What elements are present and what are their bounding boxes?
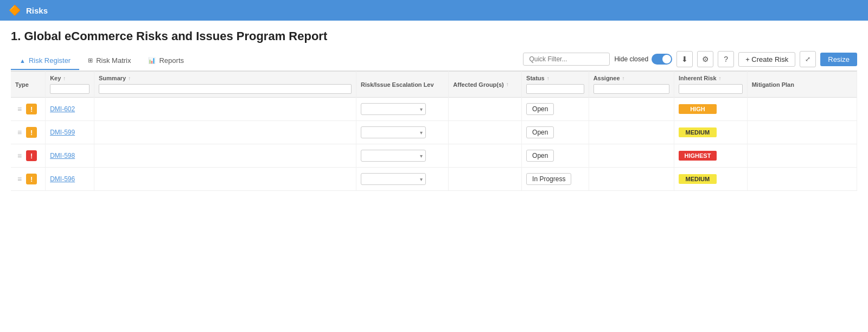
- tab-risk-matrix[interactable]: ⊞ Risk Matrix: [79, 52, 139, 70]
- page-title: 1. Global eCommerce Risks and Issues Pro…: [11, 29, 857, 43]
- escalation-select-0[interactable]: [361, 103, 426, 115]
- issue-icon-2: !: [26, 150, 37, 161]
- reports-icon: 📊: [148, 57, 156, 64]
- help-button[interactable]: ?: [718, 51, 734, 67]
- key-link-0[interactable]: DMI-602: [50, 105, 75, 113]
- key-cell-2: DMI-598: [46, 144, 94, 168]
- assignee-cell-2: [589, 144, 674, 168]
- tab-reports[interactable]: 📊 Reports: [139, 52, 193, 70]
- risk-table: Type Key ↑ Summary: [11, 71, 857, 191]
- create-risk-button[interactable]: + Create Risk: [738, 52, 795, 67]
- affected-cell-2: [449, 144, 522, 168]
- tab-risk-matrix-label: Risk Matrix: [96, 56, 131, 65]
- escalation-select-3[interactable]: [361, 173, 426, 185]
- th-mitigation-label: Mitigation Plan: [752, 81, 794, 88]
- inherent-badge-0: HIGH: [679, 104, 717, 114]
- th-key-label: Key: [50, 75, 61, 81]
- row-drag-2[interactable]: ≡: [15, 151, 24, 160]
- hide-closed-toggle[interactable]: [652, 54, 672, 65]
- status-cell-3: In Progress: [522, 168, 589, 191]
- app-title: Risks: [26, 6, 48, 15]
- status-button-2[interactable]: Open: [526, 150, 554, 162]
- th-assignee-label: Assignee: [593, 75, 620, 81]
- mitigation-cell-2: [747, 144, 857, 168]
- status-button-1[interactable]: Open: [526, 126, 554, 138]
- help-icon: ?: [724, 55, 728, 63]
- settings-icon: ⚙: [702, 55, 709, 63]
- row-drag-3[interactable]: ≡: [15, 175, 24, 183]
- create-risk-label: + Create Risk: [745, 55, 788, 63]
- tabs-toolbar-row: ▲ Risk Register ⊞ Risk Matrix 📊 Reports …: [11, 51, 857, 71]
- key-sort-arrow[interactable]: ↑: [63, 75, 66, 81]
- mitigation-cell-3: [747, 168, 857, 191]
- assignee-cell-1: [589, 121, 674, 144]
- status-filter-input[interactable]: [526, 84, 584, 94]
- escalation-cell-2: [356, 144, 449, 168]
- download-icon: ⬇: [681, 55, 688, 63]
- table-header-row: Type Key ↑ Summary: [11, 72, 857, 98]
- escalation-cell-0: [356, 98, 449, 121]
- issue-icon-3: !: [26, 174, 37, 184]
- key-filter-input[interactable]: [50, 84, 90, 94]
- quick-filter-input[interactable]: [523, 53, 610, 66]
- summary-sort-arrow[interactable]: ↑: [128, 75, 131, 81]
- row-drag-0[interactable]: ≡: [15, 105, 24, 113]
- th-status: Status ↑: [522, 72, 589, 98]
- inherent-cell-2: HIGHEST: [674, 144, 747, 168]
- th-escalation-label: Risk/Issue Escalation Lev: [361, 81, 434, 88]
- status-cell-0: Open: [522, 98, 589, 121]
- th-status-label: Status: [526, 75, 545, 81]
- inherent-sort-arrow[interactable]: ↑: [719, 75, 722, 81]
- table-row: ≡ ! DMI-598 Open HIGHEST: [11, 144, 857, 168]
- inherent-badge-2: HIGHEST: [679, 151, 717, 161]
- type-cell-3: ≡ !: [11, 168, 46, 191]
- assignee-cell-3: [589, 168, 674, 191]
- th-summary: Summary ↑: [94, 72, 356, 98]
- table-row: ≡ ! DMI-596 In Progress MED: [11, 168, 857, 191]
- escalation-select-1[interactable]: [361, 126, 426, 138]
- issue-icon-0: !: [26, 104, 37, 114]
- hide-closed-group: Hide closed: [614, 54, 672, 65]
- expand-button[interactable]: ⤢: [800, 51, 816, 67]
- summary-cell-3: [94, 168, 356, 191]
- assignee-cell-0: [589, 98, 674, 121]
- hide-closed-label: Hide closed: [614, 55, 648, 63]
- row-drag-1[interactable]: ≡: [15, 128, 24, 137]
- tab-risk-register[interactable]: ▲ Risk Register: [11, 52, 79, 70]
- status-button-3[interactable]: In Progress: [526, 173, 571, 185]
- th-escalation: Risk/Issue Escalation Lev: [356, 72, 449, 98]
- inherent-badge-3: MEDIUM: [679, 174, 717, 184]
- th-summary-label: Summary: [99, 75, 126, 81]
- resize-button[interactable]: Resize: [820, 53, 857, 66]
- type-cell-1: ≡ !: [11, 121, 46, 144]
- tab-risk-register-label: Risk Register: [29, 56, 71, 65]
- assignee-filter-input[interactable]: [593, 84, 669, 94]
- inherent-badge-1: MEDIUM: [679, 127, 717, 137]
- escalation-select-2[interactable]: [361, 150, 426, 162]
- tabs: ▲ Risk Register ⊞ Risk Matrix 📊 Reports: [11, 52, 193, 69]
- status-cell-1: Open: [522, 121, 589, 144]
- summary-cell-1: [94, 121, 356, 144]
- status-sort-arrow[interactable]: ↑: [547, 75, 550, 81]
- inherent-cell-0: HIGH: [674, 98, 747, 121]
- type-cell-2: ≡ !: [11, 144, 46, 168]
- inherent-cell-1: MEDIUM: [674, 121, 747, 144]
- affected-sort-arrow[interactable]: ↑: [506, 81, 509, 87]
- app-icon: 🔶: [9, 4, 21, 16]
- tab-reports-label: Reports: [159, 56, 184, 65]
- inherent-filter-input[interactable]: [679, 84, 743, 94]
- summary-filter-input[interactable]: [99, 84, 352, 94]
- th-key: Key ↑: [46, 72, 94, 98]
- affected-cell-1: [449, 121, 522, 144]
- key-link-2[interactable]: DMI-598: [50, 152, 75, 159]
- key-link-1[interactable]: DMI-599: [50, 129, 75, 136]
- assignee-sort-arrow[interactable]: ↑: [622, 75, 625, 81]
- settings-button[interactable]: ⚙: [697, 51, 713, 67]
- download-button[interactable]: ⬇: [676, 51, 693, 67]
- key-link-3[interactable]: DMI-596: [50, 175, 75, 183]
- table-body: ≡ ! DMI-602 Open HIGH: [11, 98, 857, 191]
- expand-icon: ⤢: [805, 55, 810, 63]
- table-row: ≡ ! DMI-602 Open HIGH: [11, 98, 857, 121]
- status-button-0[interactable]: Open: [526, 103, 554, 115]
- resize-label: Resize: [828, 55, 850, 63]
